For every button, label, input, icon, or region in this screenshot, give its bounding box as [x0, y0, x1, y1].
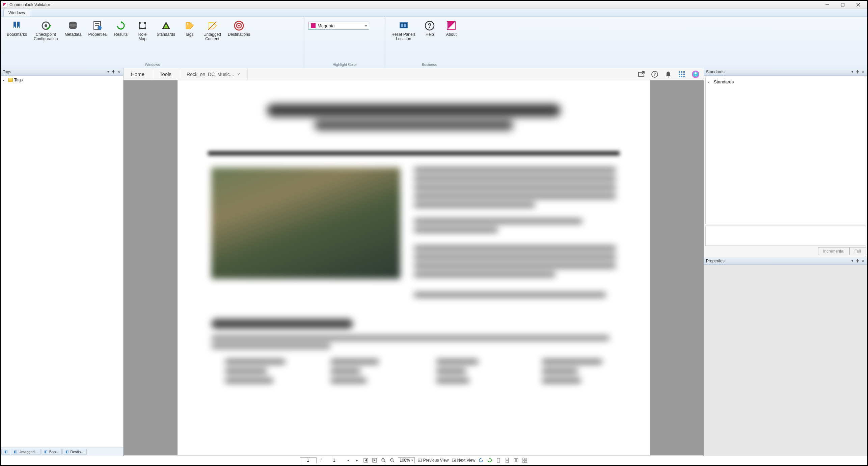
bottom-tab-bookmarks[interactable]: ◧Boo… [42, 449, 62, 455]
incremental-button[interactable]: Incremental [818, 247, 849, 255]
help-button[interactable]: ? Help [420, 19, 439, 62]
minimize-button[interactable] [819, 1, 835, 8]
svg-point-17 [98, 26, 102, 30]
document-viewer: Home Tools Rock_on_DC_Music… × ? [124, 68, 704, 456]
svg-rect-92 [523, 458, 524, 460]
svg-point-12 [69, 26, 77, 29]
svg-line-79 [393, 461, 394, 462]
svg-line-32 [208, 22, 216, 30]
top-help-icon[interactable]: ? [651, 71, 658, 78]
zoom-out-icon[interactable] [389, 457, 395, 463]
panel-menu-icon[interactable]: ▾ [106, 70, 110, 74]
full-button[interactable]: Full [849, 247, 866, 255]
panel-close-icon[interactable]: ✕ [861, 259, 865, 263]
first-page-icon[interactable] [363, 457, 369, 463]
tree-root-item[interactable]: ▸ Tags [3, 77, 121, 83]
role-map-button[interactable]: Role Map [133, 19, 152, 62]
svg-rect-91 [516, 459, 518, 462]
metadata-button[interactable]: Metadata [62, 19, 83, 62]
panel-pin-icon[interactable] [111, 70, 116, 74]
standards-button[interactable]: Standards [155, 19, 177, 62]
apps-grid-icon[interactable] [678, 71, 685, 78]
standards-icon [161, 20, 171, 31]
tags-panel-title: Tags [3, 70, 11, 74]
standards-panel-title: Standards [706, 70, 725, 74]
tab-home[interactable]: Home [124, 68, 152, 80]
bell-icon[interactable] [664, 71, 672, 78]
panel-pin-icon[interactable] [855, 259, 860, 263]
svg-rect-52 [679, 71, 680, 73]
gear-check-icon [40, 20, 51, 31]
checkpoint-config-button[interactable]: Checkpoint Configuration [32, 19, 60, 62]
standards-root-item[interactable]: ▸ Standards [708, 79, 864, 85]
continuous-page-icon[interactable] [504, 457, 510, 463]
panels-icon [398, 20, 409, 31]
panel-menu-icon[interactable]: ▾ [850, 259, 855, 263]
bottom-tab-destinations[interactable]: ◧Destin… [62, 449, 87, 455]
page-total: 1 [326, 457, 343, 463]
svg-point-63 [695, 72, 697, 74]
pdf-canvas[interactable] [124, 80, 704, 456]
tags-tree[interactable]: ▸ Tags [1, 76, 123, 447]
panel-close-icon[interactable]: ✕ [861, 70, 865, 74]
close-tab-icon[interactable]: × [237, 72, 240, 77]
two-page-icon[interactable] [513, 457, 519, 463]
chevron-right-icon: ▸ [3, 78, 7, 82]
bookmarks-button[interactable]: Bookmarks [5, 19, 29, 62]
svg-rect-57 [683, 74, 685, 75]
zoom-select[interactable]: 100%▾ [398, 457, 415, 463]
single-page-icon[interactable] [495, 457, 501, 463]
group-label-business: Business [389, 62, 469, 67]
panel-pin-icon[interactable] [855, 70, 860, 74]
tags-button[interactable]: Tags [180, 19, 199, 62]
svg-point-51 [668, 76, 669, 77]
highlight-color-select[interactable]: Magenta ▾ [308, 22, 369, 30]
svg-rect-53 [681, 71, 682, 73]
reset-panels-button[interactable]: Reset Panels Location [389, 19, 417, 62]
tab-current-file[interactable]: Rock_on_DC_Music… × [179, 68, 248, 80]
properties-icon [92, 20, 103, 31]
standards-tree[interactable]: ▸ Standards [705, 77, 866, 224]
about-button[interactable]: About [442, 19, 461, 62]
svg-rect-87 [497, 458, 500, 462]
app-title: Commonlook Validator - [9, 2, 53, 7]
ribbon-tabs: Windows [1, 9, 867, 17]
next-page-icon[interactable]: ▸ [354, 457, 360, 463]
svg-rect-65 [857, 71, 859, 72]
next-view-button[interactable]: Next View [452, 458, 476, 463]
panel-close-icon[interactable]: ✕ [116, 70, 121, 74]
zoom-in-icon[interactable] [380, 457, 386, 463]
close-button[interactable] [850, 1, 866, 8]
bottom-tab-untagged[interactable]: ◧Untagged… [11, 449, 41, 455]
magenta-swatch-icon [311, 23, 316, 28]
rotate-cw-icon[interactable] [487, 457, 493, 463]
svg-rect-94 [523, 461, 524, 463]
prev-page-icon[interactable]: ◂ [345, 457, 351, 463]
user-avatar-icon[interactable] [691, 71, 699, 78]
properties-button[interactable]: Properties [86, 19, 109, 62]
svg-point-35 [238, 25, 240, 27]
svg-text:?: ? [654, 72, 656, 77]
pdf-page [178, 80, 650, 456]
share-icon[interactable] [638, 71, 645, 78]
tag-icon [184, 20, 195, 31]
page-current-input[interactable] [300, 457, 317, 463]
app-icon [2, 2, 7, 7]
bottom-tab-icon-only[interactable]: ◧ [1, 449, 10, 455]
two-page-continuous-icon[interactable] [522, 457, 528, 463]
svg-point-13 [69, 24, 77, 27]
rotate-ccw-icon[interactable] [478, 457, 484, 463]
untagged-tab-icon: ◧ [13, 450, 17, 454]
previous-view-button[interactable]: Previous View [417, 458, 449, 463]
destinations-button[interactable]: Destinations [226, 19, 252, 62]
maximize-button[interactable] [835, 1, 850, 8]
untagged-content-button[interactable]: Untagged Content [201, 19, 223, 62]
last-page-icon[interactable] [372, 457, 378, 463]
results-button[interactable]: Results [111, 19, 130, 62]
chevron-down-icon: ▾ [365, 24, 367, 28]
panel-menu-icon[interactable]: ▾ [850, 70, 855, 74]
svg-rect-58 [679, 76, 680, 77]
untagged-icon [207, 20, 218, 31]
ribbon-tab-windows[interactable]: Windows [3, 9, 30, 17]
tab-tools[interactable]: Tools [152, 68, 179, 80]
